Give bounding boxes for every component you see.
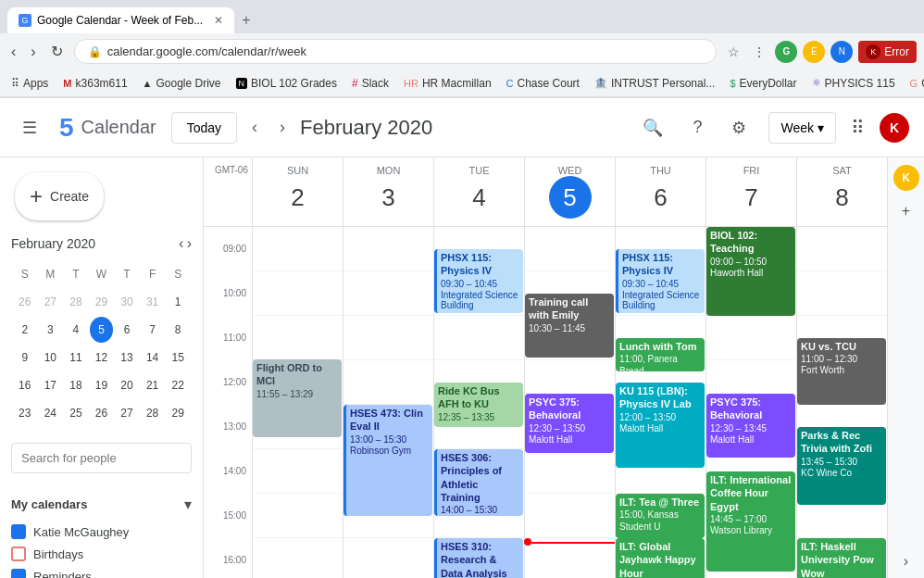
bookmark-hr[interactable]: HR HR Macmillan bbox=[400, 75, 495, 92]
bookmark-drive[interactable]: ▲ Google Drive bbox=[139, 75, 225, 92]
event-biol-102-lbn[interactable]: KU 115 (LBN): Physics IV Lab12:00 – 13:5… bbox=[616, 383, 705, 468]
event-hses-473[interactable]: HSES 473: Clin Eval II13:00 – 15:30Robin… bbox=[343, 405, 432, 516]
mini-cal-day[interactable]: 28 bbox=[64, 289, 88, 315]
bookmark-intrust[interactable]: 🏦 INTRUST Personal... bbox=[591, 75, 718, 92]
right-sidebar-icon-3[interactable]: › bbox=[893, 548, 919, 574]
day-number[interactable]: 6 bbox=[640, 176, 682, 219]
time-cell[interactable] bbox=[252, 316, 343, 360]
back-button[interactable]: ‹ bbox=[7, 40, 19, 64]
event-ilt-coffee-egypt[interactable]: ILT: International Coffee Hour Egypt14:4… bbox=[706, 471, 795, 572]
time-cell[interactable] bbox=[524, 494, 615, 538]
mini-cal-day[interactable]: 11 bbox=[64, 345, 88, 371]
mini-cal-day[interactable]: 28 bbox=[141, 400, 165, 426]
prev-week-button[interactable]: ‹ bbox=[244, 114, 265, 141]
event-psyc-375-fri[interactable]: PSYC 375: Behavioral12:30 – 13:45Malott … bbox=[706, 394, 795, 458]
refresh-button[interactable]: ↻ bbox=[47, 39, 67, 64]
mini-cal-day[interactable]: 25 bbox=[64, 400, 88, 426]
my-calendar-item[interactable]: Birthdays bbox=[0, 543, 203, 565]
address-bar[interactable]: 🔒 calendar.google.com/calendar/r/week bbox=[74, 39, 718, 64]
search-button[interactable]: 🔍 bbox=[635, 110, 670, 145]
mini-cal-day[interactable]: 31 bbox=[141, 289, 165, 315]
day-number[interactable]: 3 bbox=[368, 176, 410, 219]
day-header-sat[interactable]: SAT8 bbox=[796, 157, 887, 226]
right-sidebar-icon-1[interactable]: K bbox=[893, 165, 919, 191]
mini-cal-day[interactable]: 26 bbox=[90, 400, 114, 426]
mini-cal-day[interactable]: 24 bbox=[39, 400, 63, 426]
view-select[interactable]: Week ▾ bbox=[768, 112, 836, 144]
browser-menu-btn[interactable]: ⋮ bbox=[749, 41, 769, 63]
bookmark-physics[interactable]: ⚛ PHYSICS 115 bbox=[808, 75, 899, 92]
create-button[interactable]: + Create bbox=[15, 172, 104, 220]
today-button[interactable]: Today bbox=[171, 112, 237, 144]
calendar-checkbox[interactable] bbox=[11, 569, 26, 578]
next-week-button[interactable]: › bbox=[272, 114, 293, 141]
mini-cal-day[interactable]: 6 bbox=[115, 317, 139, 343]
event-parks-rec[interactable]: Parks & Rec Trivia with Zofi13:45 – 15:3… bbox=[797, 427, 886, 505]
help-button[interactable]: ? bbox=[685, 110, 709, 144]
day-number[interactable]: 5 bbox=[549, 176, 592, 219]
calendar-scroll[interactable]: GMT-06 SUN2MON3TUE4WED5THU6FRI7SAT8 09:0… bbox=[204, 157, 887, 578]
time-cell[interactable] bbox=[796, 271, 887, 316]
google-apps-icon[interactable]: ⠿ bbox=[851, 117, 865, 139]
mini-cal-day[interactable]: 26 bbox=[13, 289, 37, 315]
mini-cal-prev[interactable]: ‹ bbox=[179, 235, 183, 252]
day-number[interactable]: 8 bbox=[821, 176, 864, 219]
mini-cal-day[interactable]: 15 bbox=[166, 345, 190, 371]
event-biol-102-fri[interactable]: BIOL 102: Teaching09:00 – 10:50Haworth H… bbox=[706, 227, 795, 316]
time-cell[interactable] bbox=[524, 449, 615, 494]
event-phsx-115-tue[interactable]: PHSX 115: Physics IV09:30 – 10:45Integra… bbox=[434, 249, 523, 313]
mini-cal-day[interactable]: 17 bbox=[39, 372, 63, 398]
event-ilt-tea[interactable]: ILT: Tea @ Three15:00, Kansas Student U bbox=[616, 494, 705, 538]
mini-cal-day[interactable]: 5 bbox=[90, 317, 114, 343]
day-header-sun[interactable]: SUN2 bbox=[252, 157, 343, 226]
time-cell[interactable] bbox=[705, 316, 796, 360]
mini-cal-day[interactable]: 20 bbox=[115, 372, 139, 398]
mini-cal-day[interactable]: 27 bbox=[39, 289, 63, 315]
mini-cal-day[interactable]: 16 bbox=[13, 372, 37, 398]
mini-cal-day[interactable]: 27 bbox=[115, 400, 139, 426]
time-cell[interactable] bbox=[343, 227, 433, 271]
mini-cal-day[interactable]: 30 bbox=[115, 289, 139, 315]
mini-cal-day[interactable]: 1 bbox=[166, 289, 190, 315]
day-number[interactable]: 2 bbox=[277, 176, 319, 219]
mini-cal-day[interactable]: 19 bbox=[90, 372, 114, 398]
bookmark-biol[interactable]: N BIOL 102 Grades bbox=[232, 75, 341, 92]
event-ku-tcu[interactable]: KU vs. TCU11:00 – 12:30Fort Worth bbox=[797, 338, 886, 405]
day-number[interactable]: 4 bbox=[458, 176, 501, 219]
settings-button[interactable]: ⚙ bbox=[724, 110, 754, 145]
mini-cal-day[interactable]: 13 bbox=[115, 345, 139, 371]
time-cell[interactable] bbox=[343, 316, 433, 360]
time-cell[interactable] bbox=[796, 227, 887, 271]
event-ride-kc-afh[interactable]: Ride KC Bus AFH to KU12:35 – 13:35 bbox=[434, 383, 523, 427]
day-header-tue[interactable]: TUE4 bbox=[433, 157, 524, 226]
right-sidebar-icon-2[interactable]: + bbox=[893, 198, 919, 224]
active-tab[interactable]: G Google Calendar - Week of Feb... ✕ bbox=[7, 7, 234, 33]
day-header-fri[interactable]: FRI7 bbox=[705, 157, 796, 226]
day-number[interactable]: 7 bbox=[730, 176, 773, 219]
mini-cal-day[interactable]: 3 bbox=[39, 317, 63, 343]
mini-cal-day[interactable]: 10 bbox=[39, 345, 63, 371]
time-cell[interactable] bbox=[252, 227, 343, 271]
time-cell[interactable] bbox=[343, 360, 433, 405]
time-cell[interactable] bbox=[343, 538, 433, 578]
mini-cal-day[interactable]: 29 bbox=[90, 289, 114, 315]
tab-close-btn[interactable]: ✕ bbox=[214, 14, 223, 27]
my-calendars-header[interactable]: My calendars ▾ bbox=[0, 488, 203, 521]
time-cell[interactable] bbox=[524, 538, 615, 578]
day-header-mon[interactable]: MON3 bbox=[343, 157, 433, 226]
hamburger-button[interactable]: ☰ bbox=[15, 110, 44, 145]
bookmark-star-btn[interactable]: ☆ bbox=[724, 41, 743, 63]
event-psyc-375-wed[interactable]: PSYC 375: Behavioral12:30 – 13:50Malott … bbox=[525, 394, 614, 453]
mini-cal-next[interactable]: › bbox=[187, 235, 192, 252]
forward-button[interactable]: › bbox=[27, 40, 39, 64]
event-hses-310[interactable]: HSES 310: Research & Data Analysis16:00 … bbox=[434, 538, 523, 578]
event-phsx-115-thu[interactable]: PHSX 115: Physics IV09:30 – 10:45Integra… bbox=[616, 249, 705, 313]
mini-cal-day[interactable]: 12 bbox=[90, 345, 114, 371]
error-button[interactable]: K Error bbox=[858, 41, 917, 63]
bookmark-gradescope[interactable]: G Gradescope bbox=[906, 75, 924, 92]
mini-cal-day[interactable]: 22 bbox=[166, 372, 190, 398]
user-avatar[interactable]: K bbox=[880, 113, 909, 143]
event-flight-ord[interactable]: Flight ORD to MCI11:55 – 13:29 bbox=[253, 359, 342, 437]
time-cell[interactable] bbox=[433, 316, 524, 360]
event-ilt-jayhawk[interactable]: ILT: Global Jayhawk Happy Hour16:00 – 18… bbox=[616, 538, 705, 578]
